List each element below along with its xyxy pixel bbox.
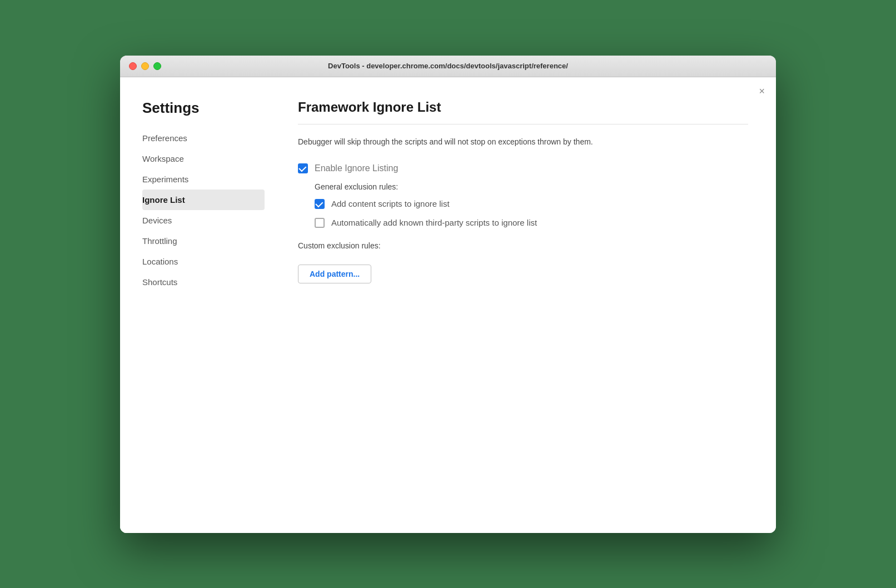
custom-exclusion-section: Custom exclusion rules: Add pattern... — [298, 241, 748, 283]
enable-ignore-listing-row: Enable Ignore Listing — [298, 163, 748, 173]
sidebar-item-ignore-list[interactable]: Ignore List — [142, 190, 265, 210]
rule1-row: Add content scripts to ignore list — [315, 199, 748, 209]
divider — [298, 124, 748, 124]
rule2-label: Automatically add known third-party scri… — [331, 218, 537, 227]
page-title: Framework Ignore List — [298, 99, 748, 115]
description: Debugger will skip through the scripts a… — [298, 136, 720, 148]
close-traffic-light[interactable] — [129, 62, 137, 70]
rule1-label: Add content scripts to ignore list — [331, 199, 450, 208]
sidebar-item-devices[interactable]: Devices — [142, 210, 265, 231]
minimize-traffic-light[interactable] — [141, 62, 149, 70]
title-bar: DevTools - developer.chrome.com/docs/dev… — [120, 56, 776, 77]
sidebar-heading: Settings — [142, 99, 270, 117]
browser-content: Settings Preferences Workspace Experimen… — [120, 77, 776, 533]
sidebar-item-shortcuts[interactable]: Shortcuts — [142, 272, 265, 292]
enable-ignore-listing-checkbox[interactable] — [298, 163, 308, 173]
maximize-traffic-light[interactable] — [153, 62, 161, 70]
add-pattern-button[interactable]: Add pattern... — [298, 265, 371, 283]
rule1-checkbox[interactable] — [315, 199, 325, 209]
rule2-checkbox[interactable] — [315, 218, 325, 228]
sidebar-item-locations[interactable]: Locations — [142, 251, 265, 272]
general-exclusion-label: General exclusion rules: — [315, 182, 748, 191]
sidebar: Settings Preferences Workspace Experimen… — [120, 77, 270, 533]
sidebar-item-throttling[interactable]: Throttling — [142, 231, 265, 251]
sidebar-item-experiments[interactable]: Experiments — [142, 169, 265, 190]
sidebar-item-preferences[interactable]: Preferences — [142, 128, 265, 148]
close-button[interactable]: × — [759, 86, 765, 96]
enable-ignore-listing-label: Enable Ignore Listing — [315, 163, 398, 173]
browser-title: DevTools - developer.chrome.com/docs/dev… — [328, 62, 568, 70]
sidebar-nav: Preferences Workspace Experiments Ignore… — [142, 128, 270, 292]
general-exclusion-section: General exclusion rules: Add content scr… — [315, 182, 748, 228]
browser-window: DevTools - developer.chrome.com/docs/dev… — [120, 56, 776, 533]
traffic-lights — [129, 62, 161, 70]
custom-exclusion-label: Custom exclusion rules: — [298, 241, 748, 250]
sidebar-item-workspace[interactable]: Workspace — [142, 148, 265, 169]
main-content: × Framework Ignore List Debugger will sk… — [270, 77, 776, 533]
rule2-row: Automatically add known third-party scri… — [315, 218, 748, 228]
